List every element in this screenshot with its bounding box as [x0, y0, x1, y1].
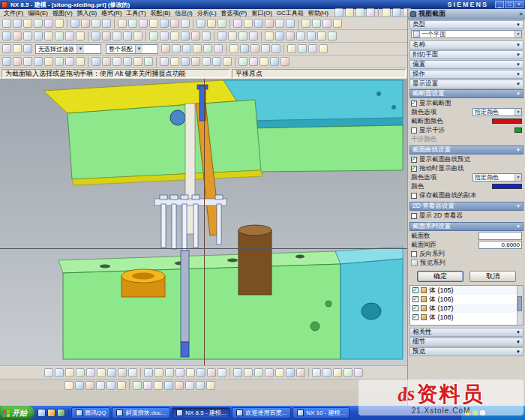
dialog-close-icon[interactable]: ×: [519, 10, 523, 17]
toolbar-icon[interactable]: [218, 368, 226, 377]
cap-color-swatch[interactable]: [492, 118, 522, 124]
quick-launch-icon[interactable]: [38, 409, 46, 417]
toolbar-icon[interactable]: [2, 57, 11, 66]
toolbar-icon[interactable]: [275, 19, 284, 28]
menu-item[interactable]: 信息(I): [172, 9, 195, 17]
toolbar-icon[interactable]: [81, 19, 90, 28]
cap-color-option-combo[interactable]: 指定颜色 ▼: [472, 108, 522, 116]
toolbar-combo[interactable]: 整个装配▼: [106, 44, 158, 54]
toolbar-icon[interactable]: [307, 32, 316, 40]
toolbar-icon[interactable]: [118, 368, 127, 377]
close-button[interactable]: ×: [514, 1, 524, 8]
toolbar-icon[interactable]: [366, 8, 375, 17]
toolbar-icon[interactable]: [296, 368, 305, 377]
checkbox-checked[interactable]: [412, 296, 418, 302]
toolbar-icon[interactable]: [102, 32, 111, 40]
toolbar-icon[interactable]: [76, 368, 85, 377]
toolbar-icon[interactable]: [154, 368, 164, 377]
toolbar-icon[interactable]: [244, 368, 253, 377]
toolbar-icon[interactable]: [65, 32, 74, 40]
toolbar-icon[interactable]: [214, 44, 223, 53]
menu-item[interactable]: 帮助(H): [306, 9, 331, 17]
toolbar-icon[interactable]: [382, 8, 391, 17]
toolbar-icon[interactable]: [164, 381, 173, 390]
toolbar-icon[interactable]: [296, 32, 305, 40]
menu-item[interactable]: 文件(F): [2, 9, 26, 17]
toolbar-icon[interactable]: [44, 57, 53, 66]
toolbar-icon[interactable]: [143, 381, 152, 390]
lower-mold-plate[interactable]: [58, 251, 340, 359]
toolbar-icon[interactable]: [55, 368, 64, 377]
toolbar-icon[interactable]: [175, 381, 184, 390]
preview-series-row[interactable]: 预览系列: [411, 259, 522, 267]
toolbar-icon[interactable]: [345, 8, 354, 17]
toolbar-icon[interactable]: [265, 368, 274, 377]
section-header-curve-settings[interactable]: 截面曲线设置 ▼: [410, 146, 524, 154]
toolbar-icon[interactable]: [2, 44, 11, 53]
toolbar-icon[interactable]: [202, 32, 211, 40]
navigator-list[interactable]: 体 (105)体 (106)体 (107)体 (108): [410, 285, 524, 326]
toolbar-icon[interactable]: [333, 368, 342, 377]
toolbar-icon[interactable]: [260, 57, 268, 66]
menu-item[interactable]: 格式(R): [99, 9, 124, 17]
toolbar-icon[interactable]: [92, 32, 100, 40]
checkbox-checked[interactable]: [411, 157, 417, 163]
toolbar-icon[interactable]: [185, 381, 194, 390]
toolbar-icon[interactable]: [181, 32, 190, 40]
menu-item[interactable]: 分析(L): [195, 9, 219, 17]
toolbar-icon[interactable]: [286, 368, 295, 377]
toolbar-icon[interactable]: [160, 57, 169, 66]
toolbar-icon[interactable]: [249, 57, 258, 66]
toolbar-icon[interactable]: [196, 19, 206, 28]
section-spacing-input[interactable]: [478, 241, 522, 249]
toolbar-icon[interactable]: [265, 32, 274, 40]
toolbar-icon[interactable]: [76, 32, 85, 40]
toolbar-icon[interactable]: [118, 19, 127, 28]
toolbar-icon[interactable]: [44, 19, 53, 28]
section-header-series-settings[interactable]: 截面系列设置 ▼: [410, 222, 524, 231]
toolbar-icon[interactable]: [254, 368, 263, 377]
toolbar-icon[interactable]: [2, 19, 11, 28]
panel-bar[interactable]: 预览▼: [410, 347, 524, 356]
maximize-button[interactable]: □: [505, 1, 514, 8]
toolbar-icon[interactable]: [23, 32, 32, 40]
toolbar-icon[interactable]: [123, 57, 132, 66]
toolbar-icon[interactable]: [149, 32, 158, 40]
toolbar-icon[interactable]: [13, 19, 22, 28]
toolbar-icon[interactable]: [176, 368, 184, 377]
toolbar-icon[interactable]: [196, 381, 205, 390]
toolbar-icon[interactable]: [97, 368, 106, 377]
menu-item[interactable]: 编辑(E): [26, 9, 50, 17]
toolbar-icon[interactable]: [334, 8, 344, 17]
toolbar-icon[interactable]: [13, 32, 22, 40]
ok-button[interactable]: 确定: [417, 271, 464, 282]
checkbox-checked[interactable]: [412, 314, 418, 320]
taskbar-item[interactable]: NX 10 - 建模...: [292, 407, 350, 418]
upper-mold-plate[interactable]: [44, 80, 403, 185]
toolbar-icon[interactable]: [233, 368, 242, 377]
toolbar-icon[interactable]: [144, 368, 153, 377]
toolbar-icon[interactable]: [65, 368, 74, 377]
toolbar-icon[interactable]: [354, 368, 363, 377]
section-header[interactable]: 操作▼: [410, 70, 524, 79]
toolbar-icon[interactable]: [75, 381, 84, 390]
toolbar-icon[interactable]: [238, 57, 248, 66]
toolbar-icon[interactable]: [244, 19, 253, 28]
toolbar-icon[interactable]: [196, 368, 206, 377]
toolbar-icon[interactable]: [270, 57, 279, 66]
scrollbar-thumb[interactable]: [518, 296, 522, 311]
toolbar-icon[interactable]: [312, 19, 321, 28]
toolbar-icon[interactable]: [322, 368, 332, 377]
toolbar-icon[interactable]: [86, 381, 94, 390]
toolbar-icon[interactable]: [203, 44, 212, 53]
toolbar-icon[interactable]: [34, 32, 43, 40]
section-header[interactable]: 显示设置▼: [410, 80, 524, 88]
toolbar-icon[interactable]: [261, 44, 270, 53]
toolbar-icon[interactable]: [181, 57, 190, 66]
curve-color-option-combo[interactable]: 指定颜色 ▼: [472, 173, 522, 182]
section-header-2d-viewer[interactable]: 2D 查看器设置 ▼: [410, 202, 524, 211]
checkbox-checked[interactable]: [411, 100, 417, 106]
checkbox-unchecked[interactable]: [411, 193, 417, 199]
start-button[interactable]: 开始: [0, 406, 34, 420]
toolbar-icon[interactable]: [218, 19, 226, 28]
